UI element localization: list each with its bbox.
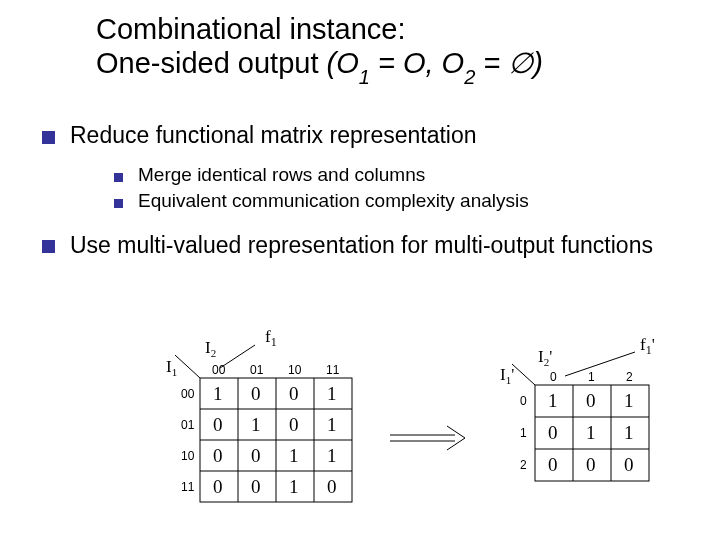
left-col-0: 00	[212, 363, 226, 377]
cell: 0	[251, 476, 261, 497]
svg-line-7	[175, 355, 200, 378]
bullet-icon	[114, 173, 123, 182]
left-row-2: 10	[181, 449, 195, 463]
cell: 0	[586, 390, 596, 411]
cell: 1	[624, 390, 634, 411]
left-col-2: 10	[288, 363, 302, 377]
i1p-label: I1'	[500, 365, 514, 386]
cell: 0	[624, 454, 634, 475]
title-sub2: 2	[464, 66, 475, 88]
right-matrix: f1' I1' I2' 0 1 2 0 1 2 1 0 1 0 1 1 0 0 …	[480, 340, 700, 510]
left-grid	[175, 355, 352, 502]
arrow-icon	[385, 420, 475, 460]
bullet-icon	[42, 240, 55, 253]
right-col-1: 1	[588, 370, 595, 384]
right-row-1: 1	[520, 426, 527, 440]
left-row-1: 01	[181, 418, 195, 432]
cell: 0	[327, 476, 337, 497]
cell: 0	[289, 383, 299, 404]
cell: 0	[213, 476, 223, 497]
title-eq1: = O, O	[370, 47, 464, 79]
cell: 1	[289, 445, 299, 466]
title-emptyset: ∅	[508, 47, 533, 79]
title-eq2: =	[475, 47, 508, 79]
title-paren-o: (O	[327, 47, 359, 79]
right-row-2: 2	[520, 458, 527, 472]
bullet-1a-text: Merge identical rows and columns	[138, 164, 425, 186]
cell: 1	[213, 383, 223, 404]
left-row-0: 00	[181, 387, 195, 401]
title-sub1: 1	[359, 66, 370, 88]
title-line1: Combinational instance:	[96, 13, 406, 45]
bullet-1b-text: Equivalent communication complexity anal…	[138, 190, 529, 212]
bullet-1-text: Reduce functional matrix representation	[70, 122, 477, 149]
left-matrix: f1 I1 I2 00 01 10 11 00 01 10 11 1 0 0	[140, 330, 390, 520]
right-col-2: 2	[626, 370, 633, 384]
left-col-1: 01	[250, 363, 264, 377]
cell: 0	[251, 445, 261, 466]
left-col-3: 11	[326, 363, 340, 377]
cell: 1	[327, 414, 337, 435]
bullet-icon	[114, 199, 123, 208]
bullet-2-text: Use multi-valued representation for mult…	[70, 231, 670, 260]
svg-line-15	[512, 364, 535, 385]
right-cells: 1 0 1 0 1 1 0 0 0	[548, 390, 634, 475]
cell: 0	[213, 414, 223, 435]
i1-label: I1	[166, 357, 177, 378]
cell: 1	[289, 476, 299, 497]
cell: 0	[548, 454, 558, 475]
cell: 1	[586, 422, 596, 443]
i2-label: I2	[205, 338, 216, 359]
slide-title: Combinational instance: One-sided output…	[96, 12, 543, 86]
cell: 0	[586, 454, 596, 475]
right-col-0: 0	[550, 370, 557, 384]
cell: 0	[548, 422, 558, 443]
cell: 0	[251, 383, 261, 404]
title-close: )	[533, 47, 543, 79]
title-line2-plain: One-sided output	[96, 47, 327, 79]
f1p-label: f1'	[640, 335, 655, 357]
f1p-leader-line	[565, 352, 635, 376]
cell: 0	[213, 445, 223, 466]
cell: 1	[327, 383, 337, 404]
f1-label: f1	[265, 327, 277, 349]
cell: 1	[548, 390, 558, 411]
bullet-icon	[42, 131, 55, 144]
cell: 1	[327, 445, 337, 466]
cell: 0	[289, 414, 299, 435]
cell: 1	[251, 414, 261, 435]
cell: 1	[624, 422, 634, 443]
left-row-3: 11	[181, 480, 195, 494]
i2p-label: I2'	[538, 347, 552, 368]
right-row-0: 0	[520, 394, 527, 408]
